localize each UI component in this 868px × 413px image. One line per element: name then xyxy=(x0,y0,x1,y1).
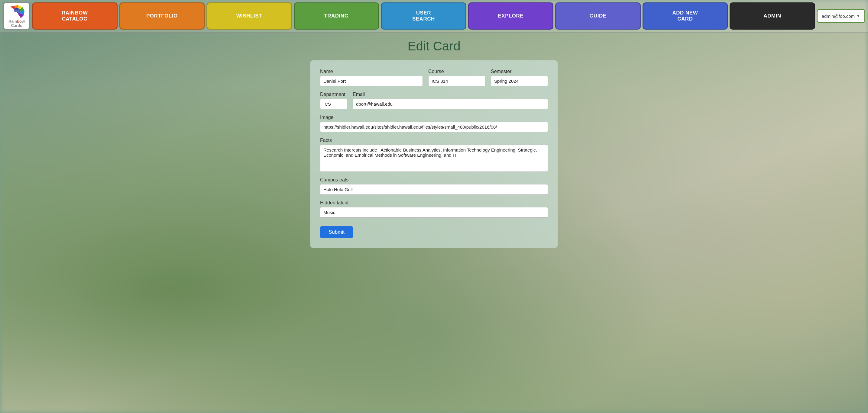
department-input[interactable] xyxy=(320,99,347,109)
nav-btn-portfolio[interactable]: PORTFOLIO xyxy=(119,2,205,30)
email-label: Email xyxy=(353,92,548,97)
form-row-3: Image xyxy=(320,115,548,132)
logo[interactable]: Rainbow Cards xyxy=(3,2,30,30)
facts-group: Facts xyxy=(320,138,548,172)
nav-btn-admin[interactable]: ADMIN xyxy=(730,2,815,30)
form-row-1: Name Course Semester xyxy=(320,69,548,87)
campus-eats-group: Campus eats xyxy=(320,177,548,195)
name-group: Name xyxy=(320,69,423,87)
user-email: admin@foo.com xyxy=(822,13,855,19)
course-group: Course xyxy=(428,69,485,87)
campus-eats-input[interactable] xyxy=(320,184,548,195)
department-group: Department xyxy=(320,92,347,109)
nav-buttons: RAINBOW CATALOGPORTFOLIOWISHLISTTRADINGU… xyxy=(32,2,815,30)
facts-label: Facts xyxy=(320,138,548,143)
nav-btn-user-search[interactable]: USER SEARCH xyxy=(381,2,466,30)
nav-btn-rainbow-catalog[interactable]: RAINBOW CATALOG xyxy=(32,2,118,30)
logo-icon xyxy=(7,4,26,19)
name-input[interactable] xyxy=(320,76,423,87)
form-row-5: Campus eats xyxy=(320,177,548,195)
hidden-talent-group: Hidden talent xyxy=(320,200,548,218)
semester-label: Semester xyxy=(491,69,548,74)
svg-point-9 xyxy=(19,10,20,11)
nav-btn-add-new-card[interactable]: ADD NEW CARD xyxy=(643,2,728,30)
image-group: Image xyxy=(320,115,548,132)
navbar: Rainbow Cards RAINBOW CATALOGPORTFOLIOWI… xyxy=(0,0,868,33)
email-input[interactable] xyxy=(353,99,548,109)
semester-group: Semester xyxy=(491,69,548,87)
dropdown-arrow-icon: ▼ xyxy=(857,14,860,18)
nav-btn-guide[interactable]: GUIDE xyxy=(555,2,641,30)
page-title: Edit Card xyxy=(0,39,868,54)
edit-card-form: Name Course Semester Department Email xyxy=(310,60,558,248)
nav-btn-trading[interactable]: TRADING xyxy=(294,2,379,30)
name-label: Name xyxy=(320,69,423,74)
form-row-2: Department Email xyxy=(320,92,548,109)
submit-row: Submit xyxy=(320,223,548,238)
nav-btn-wishlist[interactable]: WISHLIST xyxy=(207,2,292,30)
department-label: Department xyxy=(320,92,347,97)
course-input[interactable] xyxy=(428,76,485,87)
main-content: Edit Card Name Course Semester Departmen… xyxy=(0,33,868,266)
user-dropdown[interactable]: admin@foo.com ▼ xyxy=(817,9,865,23)
submit-button[interactable]: Submit xyxy=(320,226,353,238)
image-label: Image xyxy=(320,115,548,120)
form-row-6: Hidden talent xyxy=(320,200,548,218)
hidden-talent-input[interactable] xyxy=(320,207,548,218)
nav-btn-explore[interactable]: EXPLORE xyxy=(468,2,554,30)
semester-input[interactable] xyxy=(491,76,548,87)
logo-text-bow: b xyxy=(17,19,19,24)
form-row-4: Facts xyxy=(320,138,548,172)
campus-eats-label: Campus eats xyxy=(320,177,548,183)
hidden-talent-label: Hidden talent xyxy=(320,200,548,206)
facts-textarea[interactable] xyxy=(320,145,548,172)
course-label: Course xyxy=(428,69,485,74)
logo-text-rain: Rain xyxy=(8,19,17,24)
image-input[interactable] xyxy=(320,122,548,132)
logo-label: Rainbow Cards xyxy=(5,19,28,28)
email-group: Email xyxy=(353,92,548,109)
